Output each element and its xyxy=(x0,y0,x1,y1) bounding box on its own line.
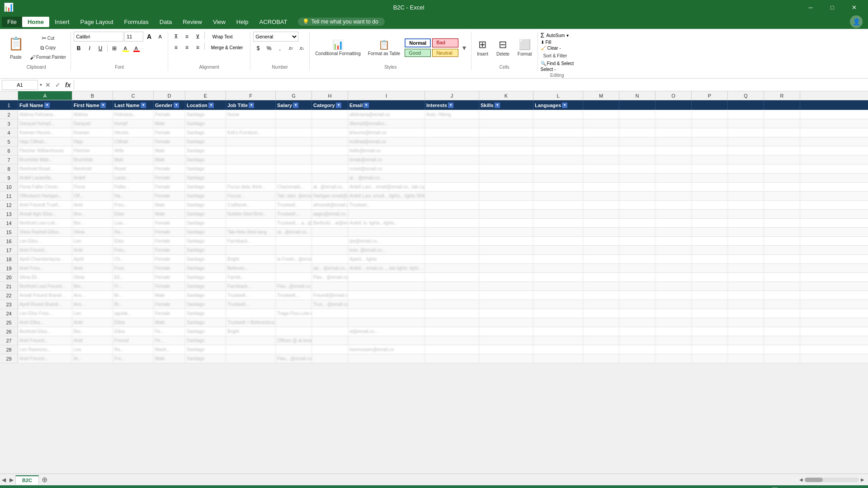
cell[interactable] xyxy=(583,174,619,182)
menu-file[interactable]: File xyxy=(2,17,22,27)
cell[interactable] xyxy=(533,201,583,209)
fx-icon[interactable]: fx xyxy=(64,81,72,89)
cell[interactable]: Silvia Ell... xyxy=(18,273,72,282)
clear-btn[interactable]: 🧹 Clear - xyxy=(541,46,561,51)
cell[interactable] xyxy=(764,192,800,200)
cell[interactable] xyxy=(692,110,728,119)
cell[interactable]: Tab-Helo-Sted-tang xyxy=(226,228,276,236)
cell[interactable] xyxy=(533,318,583,327)
cell[interactable] xyxy=(276,318,312,327)
col-header-f[interactable]: F xyxy=(226,91,276,100)
cell[interactable] xyxy=(619,327,656,336)
number-format-select[interactable]: General Number Currency Percentage xyxy=(253,32,298,42)
cell[interactable]: Ariel xyxy=(72,246,113,254)
cell[interactable] xyxy=(619,273,656,282)
cell[interactable]: Santiago xyxy=(185,210,226,218)
name-box[interactable] xyxy=(2,80,38,90)
cell[interactable]: Trustwell... xyxy=(276,201,312,209)
header-first-name[interactable]: First Name ▾ xyxy=(72,100,113,110)
cell[interactable] xyxy=(226,336,276,345)
cell[interactable]: Silvia Rashell Elliss... xyxy=(18,228,72,236)
cell[interactable] xyxy=(533,273,583,282)
cell[interactable]: Ans... xyxy=(72,300,113,309)
header-category[interactable]: Category ▾ xyxy=(312,100,348,110)
cell[interactable] xyxy=(619,128,656,137)
cell[interactable] xyxy=(619,164,656,173)
cell[interactable] xyxy=(479,273,533,282)
cell[interactable] xyxy=(533,309,583,318)
cell[interactable]: Trustwell;... xyxy=(276,291,312,300)
cell[interactable]: Aprill xyxy=(72,255,113,263)
cell[interactable]: lrasmussen@email.co xyxy=(348,345,425,354)
cell[interactable]: Ans... xyxy=(72,210,113,218)
cell[interactable] xyxy=(656,192,692,200)
cell[interactable]: Ardell... email.co..., tab lights; light… xyxy=(348,264,425,272)
cell[interactable]: Bright xyxy=(226,327,276,336)
cell[interactable] xyxy=(312,345,348,354)
cell[interactable] xyxy=(312,110,348,119)
align-middle-btn[interactable]: ≡ xyxy=(182,32,192,42)
page-break-btn[interactable]: ⬛ xyxy=(783,487,793,488)
cell[interactable]: Fletcher Williamhouse xyxy=(18,146,72,155)
cell[interactable] xyxy=(479,174,533,182)
cell[interactable]: Santiago xyxy=(185,318,226,327)
cell[interactable] xyxy=(533,300,583,309)
col-header-k[interactable]: K xyxy=(479,91,533,100)
normal-view-btn[interactable]: ⊞ xyxy=(759,487,766,488)
page-layout-btn[interactable]: ⬜ xyxy=(770,487,780,488)
cell[interactable] xyxy=(479,137,533,146)
nav-right-btn[interactable]: ▶ xyxy=(8,477,15,483)
cell[interactable]: Trustwell + Believestruct + Trage-Moto +… xyxy=(226,318,276,327)
cell[interactable] xyxy=(583,155,619,164)
align-top-btn[interactable]: ⊼ xyxy=(171,32,181,42)
cell[interactable] xyxy=(533,128,583,137)
cell[interactable] xyxy=(276,155,312,164)
cell[interactable] xyxy=(764,174,800,182)
header-location[interactable]: Location ▾ xyxy=(185,100,226,110)
cell[interactable] xyxy=(425,119,479,128)
font-color-btn[interactable]: A xyxy=(131,43,141,53)
cell[interactable] xyxy=(692,291,728,300)
cell[interactable]: Ans... xyxy=(72,291,113,300)
cell[interactable]: Ber... xyxy=(72,219,113,227)
filter-last-name[interactable]: ▾ xyxy=(141,103,146,108)
cell[interactable] xyxy=(583,219,619,227)
cell[interactable] xyxy=(276,137,312,146)
cell[interactable] xyxy=(764,219,800,227)
cell[interactable] xyxy=(656,255,692,263)
cell[interactable] xyxy=(479,318,533,327)
cell[interactable] xyxy=(656,345,692,354)
cell[interactable]: Leo xyxy=(72,309,113,318)
cell[interactable] xyxy=(764,119,800,128)
cell[interactable] xyxy=(656,219,692,227)
align-right-btn[interactable]: ≡ xyxy=(193,42,203,52)
cell[interactable] xyxy=(583,192,619,200)
cell[interactable] xyxy=(764,255,800,263)
cell[interactable]: Fre... xyxy=(113,354,154,363)
cell[interactable] xyxy=(728,273,764,282)
formula-input[interactable]: Full Name xyxy=(76,82,866,88)
cell[interactable]: Ariel Freundt Truell... xyxy=(18,201,72,209)
cell[interactable] xyxy=(533,183,583,191)
cell[interactable] xyxy=(692,237,728,245)
cell[interactable] xyxy=(728,309,764,318)
cell[interactable] xyxy=(312,327,348,336)
cell[interactable] xyxy=(425,318,479,327)
cell[interactable] xyxy=(619,255,656,263)
cell[interactable] xyxy=(226,137,276,146)
underline-btn[interactable]: U xyxy=(95,43,105,53)
cell[interactable]: Leo Eliss Foss... xyxy=(18,309,72,318)
cell[interactable]: hcitlhali@email.co xyxy=(348,137,425,146)
cell[interactable]: Aldrina xyxy=(72,110,113,119)
menu-help[interactable]: Help xyxy=(231,17,254,27)
cell[interactable] xyxy=(276,237,312,245)
cell[interactable]: Berthold Last Freund... xyxy=(18,282,72,291)
select-dropdown[interactable]: Select - xyxy=(541,67,556,72)
cell[interactable]: Reinhold xyxy=(72,164,113,173)
cell[interactable] xyxy=(425,354,479,363)
cell[interactable]: Lise... xyxy=(113,219,154,227)
cell[interactable]: Ardell Lavr..email... lights... lights 0… xyxy=(348,192,425,200)
comma-btn[interactable]: , xyxy=(275,43,285,53)
cell[interactable]: aagis@email.co... xyxy=(312,210,348,218)
cell[interactable] xyxy=(348,210,425,218)
